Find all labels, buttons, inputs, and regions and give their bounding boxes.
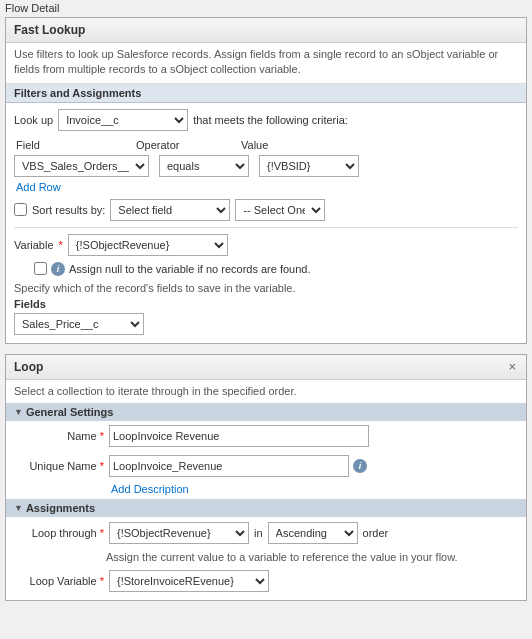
filter-column-headers: Field Operator Value (14, 139, 518, 151)
field-select[interactable]: VBS_Sales_Orders__c (14, 155, 149, 177)
add-description-link[interactable]: Add Description (103, 481, 526, 497)
ascending-select[interactable]: Ascending (268, 522, 358, 544)
unique-name-input-row: i (109, 455, 367, 477)
fast-lookup-panel: Fast Lookup Use filters to look up Sales… (5, 17, 527, 344)
fields-sales-price-select[interactable]: Sales_Price__c (14, 313, 144, 335)
sort-checkbox[interactable] (14, 203, 27, 216)
variable-required-star: * (59, 239, 63, 251)
unique-name-required-star: * (100, 460, 104, 472)
loop-through-select[interactable]: {!SObjectRevenue} (109, 522, 249, 544)
lookup-row: Look up Invoice__c that meets the follow… (14, 109, 518, 131)
assignments-header: ▼ Assignments (6, 499, 526, 517)
lookup-label: Look up (14, 114, 53, 126)
operator-group: equals (159, 155, 249, 177)
in-label: in (254, 527, 263, 539)
order-label: order (363, 527, 389, 539)
loop-panel: Loop × Select a collection to iterate th… (5, 354, 527, 601)
loop-through-required-star: * (100, 527, 104, 539)
sort-row: Sort results by: Select field -- Select … (14, 199, 518, 221)
assign-null-row: i Assign null to the variable if no reco… (14, 262, 518, 276)
name-required-star: * (100, 430, 104, 442)
value-select[interactable]: {!VBSID} (259, 155, 359, 177)
unique-name-input[interactable] (109, 455, 349, 477)
unique-name-label: Unique Name * (14, 460, 104, 472)
variable-row: Variable * {!SObjectRevenue} (14, 234, 518, 256)
operator-select[interactable]: equals (159, 155, 249, 177)
field-select-row: Sales_Price__c (14, 313, 518, 335)
assignments-triangle-icon: ▼ (14, 503, 23, 513)
info-icon: i (51, 262, 65, 276)
field-group: VBS_Sales_Orders__c (14, 155, 149, 177)
assign-current-text: Assign the current value to a variable t… (6, 549, 526, 567)
triangle-icon: ▼ (14, 407, 23, 417)
loop-variable-required-star: * (100, 575, 104, 587)
unique-name-row: Unique Name * i (6, 451, 526, 481)
loop-header-title: Loop (14, 360, 43, 374)
loop-description: Select a collection to iterate through i… (6, 380, 526, 403)
variable-select[interactable]: {!SObjectRevenue} (68, 234, 228, 256)
add-row-container: Add Row (14, 181, 518, 193)
assignments-label: Assignments (26, 502, 95, 514)
value-column-label: Value (241, 139, 268, 151)
fields-label: Fields (14, 298, 518, 310)
assign-null-checkbox[interactable] (34, 262, 47, 275)
loop-variable-select[interactable]: {!StoreInvoiceREvenue} (109, 570, 269, 592)
variable-label: Variable (14, 239, 54, 251)
fast-lookup-header: Fast Lookup (6, 18, 526, 43)
field-column-label: Field (16, 139, 40, 151)
lookup-select[interactable]: Invoice__c (58, 109, 188, 131)
specify-text: Specify which of the record's fields to … (14, 282, 518, 294)
loop-close-button[interactable]: × (506, 360, 518, 373)
fast-lookup-description: Use filters to look up Salesforce record… (6, 43, 526, 84)
sort-field-select[interactable]: Select field (110, 199, 230, 221)
operator-column-label: Operator (136, 139, 179, 151)
loop-through-row: Loop through * {!SObjectRevenue} in Asce… (6, 517, 526, 549)
general-settings-header: ▼ General Settings (6, 403, 526, 421)
value-group: {!VBSID} (259, 155, 359, 177)
assign-null-label: Assign null to the variable if no record… (69, 263, 311, 275)
that-meets-label: that meets the following criteria: (193, 114, 348, 126)
loop-through-label: Loop through * (14, 527, 104, 539)
loop-panel-header: Loop × (6, 355, 526, 380)
filters-assignments-header: Filters and Assignments (6, 84, 526, 103)
name-label: Name * (14, 430, 104, 442)
sort-results-label: Sort results by: (32, 204, 105, 216)
filters-assignments-body: Look up Invoice__c that meets the follow… (6, 103, 526, 343)
page-title: Flow Detail (0, 0, 532, 17)
loop-variable-label: Loop Variable * (14, 575, 104, 587)
name-row: Name * (6, 421, 526, 451)
name-input[interactable] (109, 425, 369, 447)
sort-order-select[interactable]: -- Select One -- (235, 199, 325, 221)
filter-fields-row: VBS_Sales_Orders__c equals {!VBSID} (14, 155, 518, 177)
loop-variable-row: Loop Variable * {!StoreInvoiceREvenue} (6, 567, 526, 600)
unique-name-info-icon[interactable]: i (353, 459, 367, 473)
add-row-link[interactable]: Add Row (16, 181, 61, 193)
general-settings-label: General Settings (26, 406, 113, 418)
